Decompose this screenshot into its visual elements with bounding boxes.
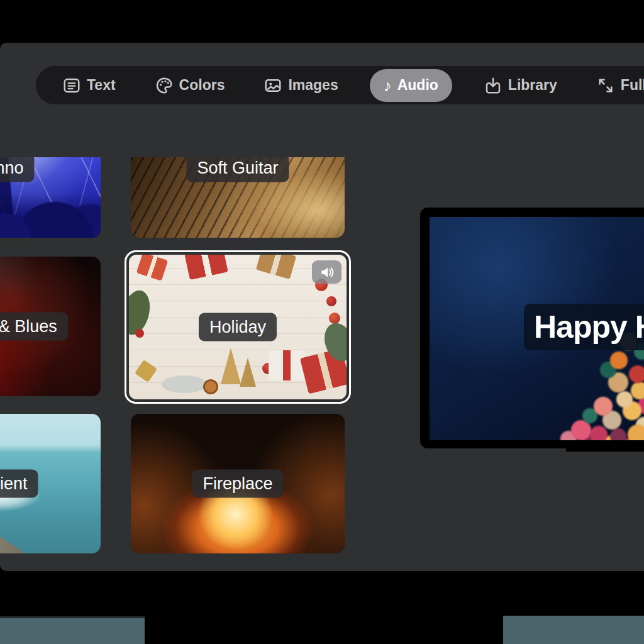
music-note-icon: ♪ bbox=[384, 77, 392, 94]
audio-tile-rhythm-blues[interactable]: Rhythm & Blues bbox=[0, 257, 101, 396]
audio-tile-ambient[interactable]: Ambient bbox=[0, 414, 101, 553]
fullscreen-expand-icon bbox=[596, 76, 615, 95]
tab-fullscreen[interactable]: Fullscreen bbox=[596, 76, 644, 95]
audio-tile-grid: Techno Soft Guitar Rhythm & Blues bbox=[0, 157, 365, 571]
palette-icon bbox=[155, 76, 174, 95]
audio-tile-label: Fireplace bbox=[192, 470, 283, 498]
tv-preview-frame: Happy Holidays bbox=[420, 208, 644, 448]
tab-colors[interactable]: Colors bbox=[155, 76, 225, 95]
tv-preview-screen: Happy Holidays bbox=[430, 217, 644, 440]
tab-text[interactable]: Text bbox=[62, 76, 116, 95]
audio-tile-label: Techno bbox=[0, 157, 35, 182]
speaker-playing-icon bbox=[312, 260, 341, 284]
audio-tile-fireplace[interactable]: Fireplace bbox=[131, 414, 345, 553]
desktop-fragment-left bbox=[0, 616, 145, 644]
tab-library[interactable]: Library bbox=[484, 76, 557, 95]
audio-tile-soft-guitar[interactable]: Soft Guitar bbox=[131, 157, 345, 238]
tab-colors-label: Colors bbox=[179, 77, 225, 94]
toolbar: Text Colors Images ♪ Audio Library bbox=[36, 66, 644, 104]
audio-tile-label: Rhythm & Blues bbox=[0, 313, 68, 341]
audio-tile-label: Soft Guitar bbox=[186, 157, 289, 182]
audio-tile-techno[interactable]: Techno bbox=[0, 157, 101, 238]
library-download-icon bbox=[484, 76, 502, 95]
tab-audio-selected[interactable]: ♪ Audio bbox=[370, 69, 452, 102]
tab-fullscreen-label: Fullscreen bbox=[621, 77, 644, 94]
audio-tile-holiday-selected[interactable]: Holiday bbox=[125, 250, 351, 404]
tv-frame-bottom bbox=[566, 440, 644, 452]
tab-text-label: Text bbox=[87, 77, 116, 94]
tab-images[interactable]: Images bbox=[264, 76, 338, 95]
preview-headline-banner: Happy Holidays bbox=[524, 304, 644, 350]
preview-headline: Happy Holidays bbox=[534, 309, 644, 345]
audio-tile-label: Holiday bbox=[199, 313, 277, 341]
image-icon bbox=[264, 76, 282, 95]
tab-images-label: Images bbox=[288, 77, 338, 94]
text-icon bbox=[62, 76, 81, 95]
tab-audio-label: Audio bbox=[397, 77, 438, 94]
audio-tile-label: Ambient bbox=[0, 470, 38, 498]
tab-library-label: Library bbox=[508, 77, 557, 94]
desktop-fragment-right bbox=[503, 616, 644, 644]
